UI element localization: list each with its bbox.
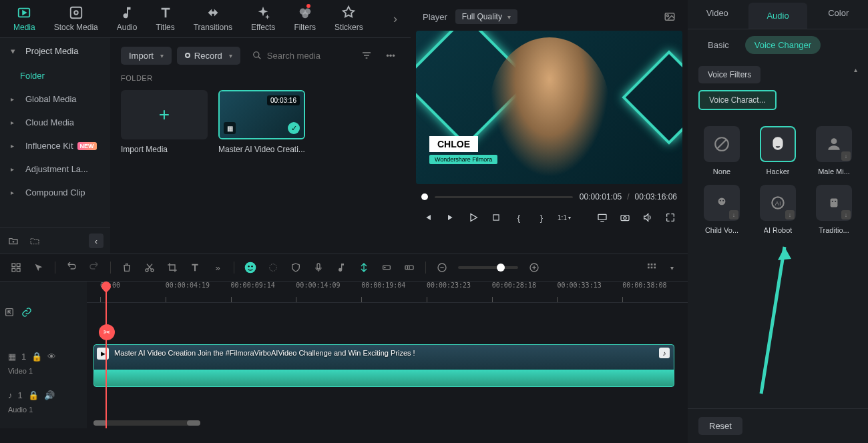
quality-dropdown[interactable]: Full Quality▾ bbox=[455, 9, 517, 24]
sidebar-cloud-media[interactable]: ▸Cloud Media bbox=[0, 111, 110, 134]
tool-filters[interactable]: Filters bbox=[294, 5, 316, 32]
ai-avatar-icon[interactable] bbox=[244, 261, 257, 274]
voice-filters-button[interactable]: Voice Filters bbox=[698, 66, 761, 83]
playhead[interactable] bbox=[105, 282, 107, 428]
snapshot-icon[interactable] bbox=[664, 11, 676, 23]
sidebar-adjustment-layer[interactable]: ▸Adjustment La... bbox=[0, 157, 110, 181]
lock-icon[interactable]: 🔒 bbox=[28, 390, 39, 400]
tool-stock-media[interactable]: Stock Media bbox=[54, 5, 98, 32]
mark-out-button[interactable]: } bbox=[535, 211, 548, 224]
media-clip-card[interactable]: 00:03:16 ▦ ✓ Master AI Video Creati... bbox=[218, 90, 305, 154]
download-icon: ↓ bbox=[841, 210, 851, 219]
tab-audio[interactable]: Audio bbox=[748, 3, 808, 29]
camera-icon[interactable] bbox=[618, 211, 632, 224]
tool-effects[interactable]: Effects bbox=[251, 5, 275, 32]
zoom-thumb[interactable] bbox=[497, 264, 505, 272]
timeline-ruler[interactable]: 00:00 00:00:04:19 00:00:09:14 00:00:14:0… bbox=[87, 282, 688, 303]
fullscreen-icon[interactable] bbox=[664, 211, 677, 224]
more-tools-icon[interactable]: » bbox=[211, 261, 224, 274]
mark-in-button[interactable]: { bbox=[512, 211, 525, 224]
video-track-label[interactable]: ▦1🔒👁 bbox=[0, 343, 87, 370]
crop-icon[interactable] bbox=[166, 261, 179, 274]
new-folder-icon[interactable] bbox=[7, 234, 20, 248]
filter-sort-icon[interactable] bbox=[357, 46, 376, 65]
zoom-out-icon[interactable] bbox=[435, 261, 449, 274]
scrub-handle[interactable] bbox=[421, 193, 428, 200]
voice-male[interactable]: ↓ Male Mi... bbox=[811, 126, 857, 175]
grid-view-icon[interactable] bbox=[9, 261, 23, 274]
voice-hacker[interactable]: Hacker bbox=[754, 126, 801, 175]
shield-icon[interactable] bbox=[289, 261, 302, 274]
grid-density-icon[interactable] bbox=[645, 261, 658, 274]
tab-color[interactable]: Color bbox=[809, 0, 868, 29]
voice-character-button[interactable]: Voice Charact... bbox=[698, 90, 777, 110]
scrollbar-thumb[interactable] bbox=[93, 420, 107, 426]
voice-traditional[interactable]: ↓ Traditio... bbox=[811, 185, 857, 234]
link-icon[interactable] bbox=[21, 307, 32, 318]
cut-marker[interactable]: ✂ bbox=[99, 324, 115, 340]
preview-video[interactable]: CHLOE Wondershare Filmora bbox=[416, 31, 682, 184]
tool-media[interactable]: Media bbox=[13, 5, 35, 32]
redo-icon[interactable] bbox=[87, 261, 101, 274]
volume-icon[interactable] bbox=[641, 211, 654, 224]
density-dropdown-icon[interactable]: ▾ bbox=[665, 261, 678, 274]
audio-track-label[interactable]: ♪1🔒🔊 bbox=[0, 382, 87, 408]
speed-icon[interactable] bbox=[403, 261, 416, 274]
ratio-button[interactable]: 1:1▾ bbox=[558, 211, 571, 224]
cut-icon[interactable] bbox=[143, 261, 156, 274]
svg-rect-9 bbox=[493, 215, 499, 220]
sidebar-compound-clip[interactable]: ▸Compound Clip bbox=[0, 181, 110, 204]
link-left-icon[interactable] bbox=[4, 307, 15, 318]
mic-icon[interactable] bbox=[312, 261, 325, 274]
tool-titles[interactable]: Titles bbox=[156, 5, 174, 32]
svg-point-21 bbox=[832, 201, 833, 202]
folder-label[interactable]: Folder bbox=[0, 64, 110, 87]
scrub-track[interactable] bbox=[435, 196, 573, 198]
sparkle-icon[interactable] bbox=[266, 261, 280, 274]
delete-icon[interactable] bbox=[120, 261, 134, 274]
timeline-tracks[interactable]: 00:00 00:00:04:19 00:00:09:14 00:00:14:0… bbox=[87, 282, 688, 428]
visibility-icon[interactable]: 👁 bbox=[47, 352, 56, 362]
music-icon[interactable] bbox=[335, 261, 348, 274]
pointer-icon[interactable] bbox=[32, 261, 45, 274]
subtab-basic[interactable]: Basic bbox=[698, 36, 738, 54]
scrollbar-thumb[interactable] bbox=[187, 420, 200, 426]
search-input[interactable] bbox=[267, 51, 345, 61]
tool-stickers[interactable]: Stickers bbox=[335, 5, 363, 32]
sidebar-global-media[interactable]: ▸Global Media bbox=[0, 87, 110, 111]
undo-icon[interactable] bbox=[65, 261, 78, 274]
collapse-arrow-icon[interactable]: ▴ bbox=[854, 66, 857, 73]
mute-icon[interactable]: 🔊 bbox=[44, 390, 55, 400]
zoom-slider[interactable] bbox=[458, 266, 518, 269]
timeline-scrollbar[interactable] bbox=[93, 420, 200, 426]
stop-button[interactable] bbox=[489, 211, 503, 224]
voice-none[interactable]: None bbox=[698, 126, 745, 175]
new-folder-alt-icon[interactable] bbox=[28, 234, 41, 248]
display-mode-icon[interactable] bbox=[596, 211, 609, 224]
tab-video[interactable]: Video bbox=[688, 0, 747, 29]
toolbar-more-chevron[interactable]: › bbox=[393, 12, 397, 26]
svg-point-29 bbox=[245, 262, 256, 274]
subtab-voice-changer[interactable]: Voice Changer bbox=[745, 36, 821, 54]
play-button[interactable] bbox=[467, 211, 480, 224]
next-frame-button[interactable] bbox=[444, 211, 457, 224]
reset-button[interactable]: Reset bbox=[698, 417, 742, 435]
sidebar-influence-kit[interactable]: ▸Influence KitNEW bbox=[0, 134, 110, 157]
text-icon[interactable] bbox=[188, 261, 202, 274]
lock-icon[interactable]: 🔒 bbox=[31, 352, 42, 362]
tool-transitions[interactable]: Transitions bbox=[194, 5, 232, 32]
import-media-card[interactable]: + Import Media bbox=[121, 90, 208, 154]
collapse-sidebar-button[interactable]: ‹ bbox=[89, 234, 103, 248]
timeline-clip[interactable]: ▶ Master AI Video Creation Join the #Fil… bbox=[93, 344, 674, 387]
project-media-header[interactable]: ▾ Project Media bbox=[0, 38, 110, 64]
marker-icon[interactable] bbox=[357, 261, 371, 274]
tool-audio[interactable]: Audio bbox=[117, 5, 138, 32]
import-button[interactable]: Import▾ bbox=[121, 47, 172, 65]
prev-frame-button[interactable] bbox=[421, 211, 435, 224]
record-button[interactable]: Record▾ bbox=[177, 47, 240, 65]
voice-child[interactable]: ↓ Child Vo... bbox=[698, 185, 745, 234]
voice-ai-robot[interactable]: AI↓ AI Robot bbox=[754, 185, 801, 234]
keyframe-icon[interactable] bbox=[380, 261, 393, 274]
zoom-in-icon[interactable] bbox=[527, 261, 541, 274]
more-options-icon[interactable]: ••• bbox=[381, 46, 400, 65]
